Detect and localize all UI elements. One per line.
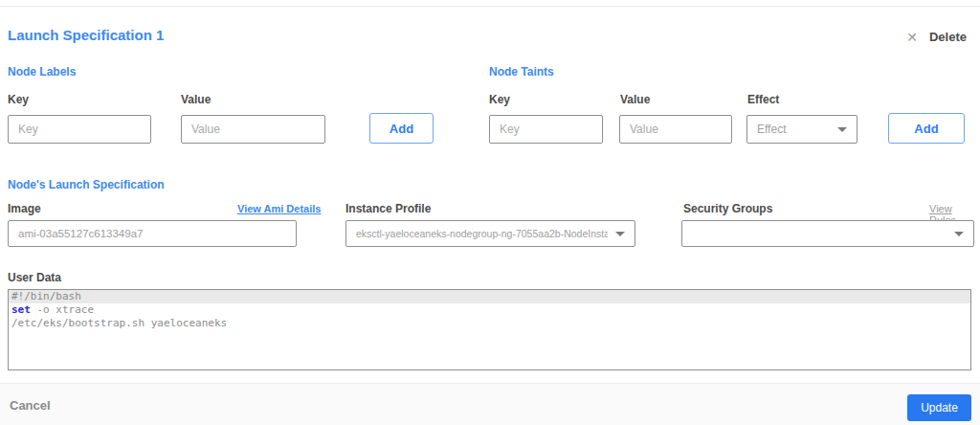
user-data-editor[interactable]: #!/bin/bash set -o xtrace /etc/eks/boots… <box>8 289 971 370</box>
delete-button[interactable]: ✕ Delete <box>906 30 967 44</box>
node-taints-value-label: Value <box>620 93 650 106</box>
launch-spec-heading: Node's Launch Specification <box>8 178 165 191</box>
code-line: set -o xtrace <box>9 303 970 317</box>
close-icon[interactable]: ✕ <box>906 31 918 44</box>
user-data-label: User Data <box>8 271 61 284</box>
node-labels-add-button[interactable]: Add <box>369 113 434 144</box>
node-labels-value-input[interactable] <box>181 115 325 144</box>
code-line: #!/bin/bash <box>9 290 970 303</box>
node-labels-key-label: Key <box>8 93 29 106</box>
view-ami-details-link[interactable]: View Ami Details <box>237 203 321 214</box>
node-taints-key-input[interactable] <box>489 115 603 144</box>
page-title: Launch Specification 1 <box>8 27 164 43</box>
node-labels-value-label: Value <box>181 93 211 106</box>
launch-specification-panel: Launch Specification 1 ✕ Delete Node Lab… <box>0 0 980 425</box>
node-taints-effect-select[interactable]: Effect <box>746 115 858 144</box>
code-keyword: set <box>11 303 31 316</box>
node-labels-heading: Node Labels <box>8 65 76 78</box>
delete-button-label[interactable]: Delete <box>929 30 967 44</box>
code-line: /etc/eks/bootstrap.sh yaeloceaneks <box>9 317 970 330</box>
image-input[interactable] <box>8 220 297 247</box>
chevron-down-icon <box>615 232 625 236</box>
node-taints-effect-label: Effect <box>747 93 779 106</box>
code-text: -o xtrace <box>31 303 94 316</box>
security-groups-select[interactable] <box>681 220 974 247</box>
security-groups-label: Security Groups <box>683 202 772 215</box>
node-taints-add-button[interactable]: Add <box>888 113 965 144</box>
chevron-down-icon <box>837 127 847 132</box>
top-divider <box>0 6 980 7</box>
footer-bar <box>0 383 980 425</box>
instance-profile-label: Instance Profile <box>345 202 431 215</box>
instance-profile-value: eksctl-yaeloceaneks-nodegroup-ng-7055aa2… <box>356 228 608 239</box>
node-taints-value-input[interactable] <box>619 115 732 144</box>
image-label: Image <box>8 202 41 215</box>
instance-profile-select[interactable]: eksctl-yaeloceaneks-nodegroup-ng-7055aa2… <box>345 220 635 247</box>
node-labels-key-input[interactable] <box>8 115 151 144</box>
chevron-down-icon <box>954 232 964 236</box>
node-taints-key-label: Key <box>489 93 510 106</box>
node-taints-heading: Node Taints <box>489 65 554 78</box>
update-button[interactable]: Update <box>907 394 971 421</box>
cancel-button[interactable]: Cancel <box>10 398 51 413</box>
effect-placeholder-text: Effect <box>757 123 830 136</box>
